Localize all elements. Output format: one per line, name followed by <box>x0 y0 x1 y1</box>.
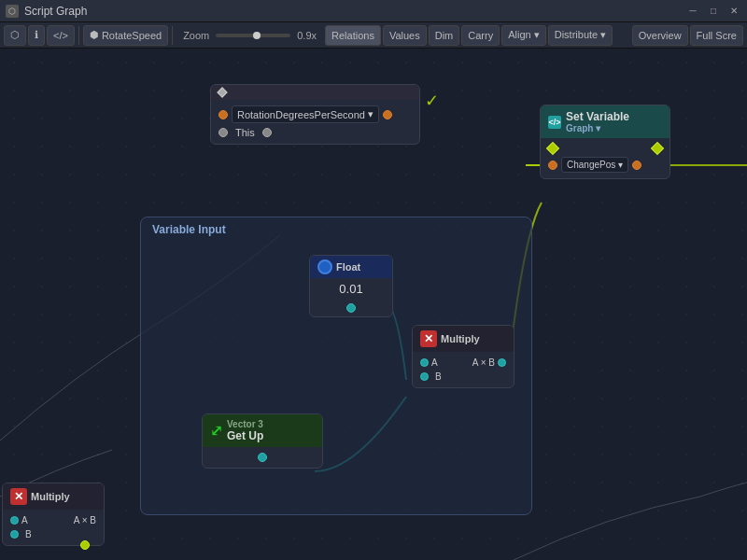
set-var-header: </> Set Variable Graph ▾ <box>541 105 669 138</box>
rotation-degrees-field[interactable]: RotationDegreesPerSecond ▾ <box>232 105 379 123</box>
gray-port-2[interactable] <box>262 128 272 137</box>
app-title: Script Graph <box>24 5 87 18</box>
gray-port[interactable] <box>218 128 228 137</box>
minimize-button[interactable]: ─ <box>685 4 700 19</box>
multiply2-x-icon: ✕ <box>10 488 27 505</box>
port-b-in[interactable] <box>420 372 429 381</box>
info-button[interactable]: ℹ <box>28 25 45 46</box>
getup-node[interactable]: ⤢ Vector 3 Get Up <box>202 413 323 469</box>
changepos-row: ChangePos ▾ <box>548 155 662 175</box>
exec-in-port[interactable] <box>217 87 227 97</box>
changepos-port-out[interactable] <box>632 161 641 170</box>
float-out-port[interactable] <box>346 303 356 313</box>
float-node[interactable]: Float 0.01 <box>309 255 393 317</box>
app-icon: ⬡ <box>6 5 19 18</box>
zoom-area: Zoom 0.9x <box>176 30 323 41</box>
rotate-speed-button[interactable]: ⬢ RotateSpeed <box>83 25 168 46</box>
fullscreen-button[interactable]: Full Scre <box>690 25 743 46</box>
getup-header: ⤢ Vector 3 Get Up <box>203 414 322 447</box>
multiply-x-icon: ✕ <box>420 330 437 347</box>
set-variable-node[interactable]: </> Set Variable Graph ▾ ChangePos ▾ <box>540 105 670 179</box>
close-button[interactable]: ✕ <box>726 4 741 19</box>
multiply2-out-port[interactable] <box>80 540 90 550</box>
port2-a-in[interactable] <box>10 516 19 525</box>
code-button[interactable]: </> <box>47 25 75 46</box>
float-port-row <box>310 300 392 316</box>
float-header: Float <box>310 256 392 278</box>
orange-port[interactable] <box>218 110 228 119</box>
dim-button[interactable]: Dim <box>429 25 460 46</box>
node-body: RotationDegreesPerSecond ▾ This <box>211 100 419 144</box>
multiply-body: A A × B B <box>413 352 514 387</box>
orange-port-right[interactable] <box>383 110 392 119</box>
port2-b-row: B <box>10 527 96 541</box>
zoom-label: Zoom <box>180 30 212 41</box>
exec-row <box>548 142 662 155</box>
float-body: 0.01 <box>310 278 392 300</box>
getup-body <box>203 447 322 468</box>
changepos-field[interactable]: ChangePos ▾ <box>561 157 628 173</box>
rotate-speed-node[interactable]: RotationDegreesPerSecond ▾ This <box>210 84 420 145</box>
port2-a-row: A A × B <box>10 513 96 527</box>
set-var-body: ChangePos ▾ <box>541 138 669 178</box>
separator2 <box>172 26 173 45</box>
exec-out[interactable] <box>651 142 664 155</box>
distribute-button[interactable]: Distribute ▾ <box>548 25 613 46</box>
arrows-icon: ⤢ <box>210 422 222 440</box>
port-row-2: This <box>218 125 412 140</box>
set-var-title: Set Variable Graph ▾ <box>566 110 662 133</box>
set-var-icon: </> <box>548 116 561 129</box>
node-header <box>211 85 419 100</box>
port-a-row: A A × B <box>420 356 506 370</box>
maximize-button[interactable]: □ <box>706 4 721 19</box>
port-row-1: RotationDegreesPerSecond ▾ <box>218 104 412 125</box>
multiply-node-2[interactable]: ✕ Multiply A A × B B <box>2 483 105 546</box>
align-button[interactable]: Align ▾ <box>501 25 546 46</box>
zoom-slider[interactable] <box>216 34 290 37</box>
getup-title-area: Vector 3 Get Up <box>227 419 263 442</box>
carry-button[interactable]: Carry <box>461 25 500 46</box>
script-icon-button[interactable]: ⬡ <box>4 25 26 46</box>
multiply2-body: A A × B B <box>3 510 104 545</box>
toolbar: ⬡ ℹ </> ⬢ RotateSpeed Zoom 0.9x Relation… <box>0 22 747 49</box>
getup-out-port[interactable] <box>258 453 267 462</box>
port-b-row: B <box>420 370 506 384</box>
port-a-in[interactable] <box>420 358 429 367</box>
variable-input-label: Variable Input <box>141 217 531 242</box>
overview-button[interactable]: Overview <box>632 25 688 46</box>
multiply-header: ✕ Multiply <box>413 326 514 352</box>
multiply-node[interactable]: ✕ Multiply A A × B B <box>412 325 514 388</box>
title-bar: ⬡ Script Graph ─ □ ✕ <box>0 0 747 22</box>
variable-input-container: Variable Input Float 0.01 ✕ Multiply <box>140 217 532 515</box>
zoom-value: 0.9x <box>294 30 319 41</box>
values-button[interactable]: Values <box>383 25 427 46</box>
multiply2-header: ✕ Multiply <box>3 483 104 510</box>
confirm-icon: ✓ <box>425 91 439 111</box>
float-circle-icon <box>317 259 332 274</box>
changepos-port-in[interactable] <box>548 161 557 170</box>
relations-button[interactable]: Relations <box>325 25 381 46</box>
port2-b-in[interactable] <box>10 530 19 539</box>
port-ab-out[interactable] <box>498 358 506 367</box>
canvas-area[interactable]: RotationDegreesPerSecond ▾ This ✓ </> Se… <box>0 49 747 560</box>
zoom-thumb <box>253 32 261 39</box>
exec-in[interactable] <box>546 142 559 155</box>
separator1 <box>78 26 79 45</box>
